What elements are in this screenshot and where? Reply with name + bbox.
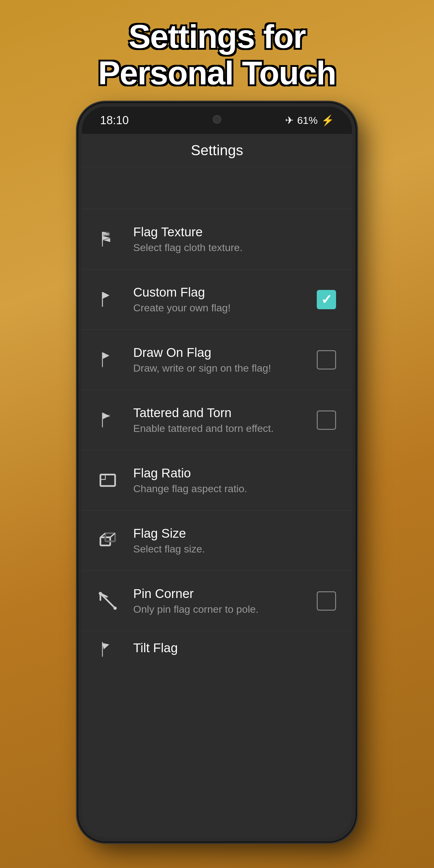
svg-text:✕: ✕: [107, 414, 110, 418]
flag-texture-text: Flag Texture Select flag cloth texture.: [133, 225, 337, 253]
draw-flag-subtitle: Draw, write or sign on the flag!: [133, 362, 316, 374]
draw-flag-icon: [97, 349, 118, 370]
svg-point-13: [113, 607, 117, 610]
tattered-checkbox[interactable]: [317, 410, 336, 430]
tattered-text: Tattered and Torn Enable tattered and to…: [133, 406, 316, 434]
custom-flag-title: Custom Flag: [133, 285, 316, 300]
svg-rect-6: [102, 352, 103, 367]
svg-rect-7: [102, 412, 103, 427]
ratio-icon: [97, 470, 118, 491]
flag-size-title: Flag Size: [133, 526, 337, 541]
flag-texture-icon: [97, 229, 118, 250]
flag-ratio-text: Flag Ratio Change flag aspect ratio.: [133, 466, 337, 495]
pin-corner-subtitle: Only pin flag corner to pole.: [133, 603, 316, 615]
flag-ratio-subtitle: Change flag aspect ratio.: [133, 483, 337, 495]
settings-item-tilt-flag[interactable]: Tilt Flag: [82, 631, 352, 667]
draw-flag-checkbox[interactable]: [317, 350, 336, 370]
charging-icon: ⚡: [321, 114, 334, 126]
draw-flag-text: Draw On Flag Draw, write or sign on the …: [133, 345, 316, 374]
battery-level: 61%: [297, 115, 318, 126]
flag-size-subtitle: Select flag size.: [133, 543, 337, 555]
custom-flag-text: Custom Flag Create your own flag!: [133, 285, 316, 314]
settings-item-flag-texture[interactable]: Flag Texture Select flag cloth texture.: [82, 209, 352, 270]
phone-frame: 18:10 ✈ 61% ⚡ Settings: [79, 103, 355, 841]
size-icon: [97, 530, 118, 551]
draw-flag-title: Draw On Flag: [133, 345, 316, 360]
draw-flag-control[interactable]: [316, 349, 337, 370]
app-bar-title: Settings: [191, 142, 243, 158]
tattered-icon: ✕: [97, 410, 118, 431]
status-bar: 18:10 ✈ 61% ⚡: [82, 107, 352, 134]
custom-flag-checkbox[interactable]: [317, 290, 336, 309]
airplane-icon: ✈: [285, 114, 293, 126]
front-camera: [213, 115, 221, 124]
tattered-control[interactable]: [316, 410, 337, 431]
pin-corner-text: Pin Corner Only pin flag corner to pole.: [133, 587, 316, 615]
pin-icon: [97, 590, 118, 612]
custom-flag-icon: +: [97, 289, 118, 310]
status-icons: ✈ 61% ⚡: [285, 114, 334, 126]
settings-item-custom-flag[interactable]: + Custom Flag Create your own flag!: [82, 270, 352, 330]
flag-ratio-title: Flag Ratio: [133, 466, 337, 480]
pin-corner-title: Pin Corner: [133, 587, 316, 601]
empty-section: [82, 167, 352, 209]
flag-size-text: Flag Size Select flag size.: [133, 526, 337, 555]
tattered-subtitle: Enable tattered and torn effect.: [133, 423, 316, 434]
flag-texture-subtitle: Select flag cloth texture.: [133, 242, 337, 253]
svg-rect-1: [106, 232, 110, 234]
flag-texture-title: Flag Texture: [133, 225, 337, 239]
tilt-flag-title: Tilt Flag: [133, 641, 337, 655]
svg-rect-2: [103, 234, 106, 236]
svg-rect-9: [100, 475, 115, 486]
settings-content: Flag Texture Select flag cloth texture. …: [82, 167, 352, 838]
tattered-title: Tattered and Torn: [133, 406, 316, 420]
app-bar: Settings: [82, 134, 352, 167]
settings-item-tattered[interactable]: ✕ Tattered and Torn Enable tattered and …: [82, 390, 352, 450]
settings-item-flag-ratio[interactable]: Flag Ratio Change flag aspect ratio.: [82, 450, 352, 510]
settings-item-draw-flag[interactable]: Draw On Flag Draw, write or sign on the …: [82, 330, 352, 390]
pin-corner-control[interactable]: [316, 590, 337, 612]
settings-item-pin-corner[interactable]: Pin Corner Only pin flag corner to pole.: [82, 571, 352, 631]
svg-point-12: [98, 592, 102, 595]
svg-text:+: +: [105, 293, 108, 299]
page-title-block: Settings for Personal Touch: [98, 18, 336, 91]
svg-rect-3: [106, 234, 110, 236]
pin-corner-checkbox[interactable]: [317, 591, 336, 611]
custom-flag-subtitle: Create your own flag!: [133, 302, 316, 314]
custom-flag-control[interactable]: [316, 289, 337, 310]
status-time: 18:10: [100, 114, 129, 127]
tilt-icon: [97, 639, 118, 660]
tilt-flag-text: Tilt Flag: [133, 641, 337, 658]
svg-rect-0: [103, 232, 106, 234]
page-title: Settings for Personal Touch: [98, 18, 336, 91]
svg-rect-4: [102, 292, 103, 307]
settings-item-flag-size[interactable]: Flag Size Select flag size.: [82, 510, 352, 571]
